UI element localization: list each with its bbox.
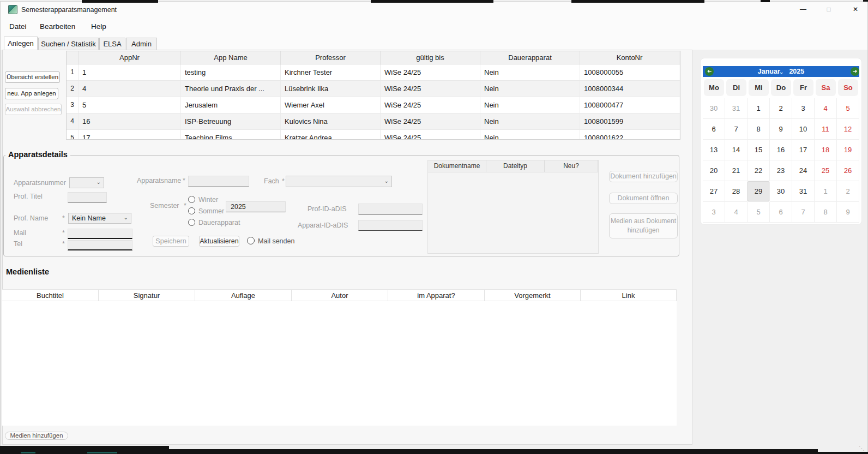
calendar-day[interactable]: 19 bbox=[837, 140, 859, 160]
table-row[interactable]: 24Theorie und Praxis der ...Lüsebrink Il… bbox=[67, 81, 680, 97]
aktualisieren-button[interactable]: Aktualisieren bbox=[199, 236, 239, 247]
calendar-day[interactable]: 6 bbox=[703, 119, 725, 140]
calendar-day[interactable]: 24 bbox=[792, 160, 815, 181]
menu-help[interactable]: Help bbox=[91, 22, 106, 31]
column-header[interactable]: App Name bbox=[181, 51, 281, 64]
winter-radio[interactable] bbox=[188, 196, 195, 203]
auswahl-abbrechen-button[interactable]: Auswahl abbrechen bbox=[5, 104, 62, 115]
column-header[interactable]: Dauerapparat bbox=[480, 51, 580, 64]
calendar-day[interactable]: 8 bbox=[815, 202, 837, 223]
calendar-day[interactable]: 10 bbox=[792, 119, 815, 140]
calendar-day[interactable]: 26 bbox=[837, 160, 859, 181]
fach-dropdown[interactable]: ⌄ bbox=[286, 176, 392, 187]
column-header[interactable] bbox=[67, 51, 79, 64]
mail-field[interactable] bbox=[68, 229, 132, 239]
calendar-day[interactable]: 5 bbox=[748, 202, 770, 223]
dokument-oeffnen-button[interactable]: Dokument öffnen bbox=[609, 193, 678, 204]
calendar-day[interactable]: 20 bbox=[703, 160, 725, 181]
column-header[interactable]: Dokumentname bbox=[428, 160, 486, 172]
calendar-day[interactable]: 4 bbox=[815, 98, 837, 119]
calendar-day[interactable]: 5 bbox=[837, 98, 859, 119]
calendar-prev-icon[interactable]: ➜ bbox=[705, 67, 714, 76]
table-row[interactable]: 517Teaching FilmsKratzer AndreaWiSe 24/2… bbox=[67, 130, 680, 140]
calendar-day[interactable]: 6 bbox=[770, 202, 792, 223]
calendar-year[interactable]: 2025 bbox=[789, 68, 804, 75]
dauerapparat-radio[interactable] bbox=[188, 219, 195, 226]
calendar-day[interactable]: 9 bbox=[837, 202, 859, 223]
column-header[interactable]: Dateityp bbox=[486, 160, 545, 172]
calendar-day[interactable]: 17 bbox=[792, 140, 815, 160]
table-row[interactable]: 35JerusalemWiemer AxelWiSe 24/25Nein1008… bbox=[67, 97, 680, 113]
column-header[interactable]: Signatur bbox=[99, 290, 195, 301]
calendar-day[interactable]: 9 bbox=[770, 119, 792, 140]
calendar-day[interactable]: 30 bbox=[703, 98, 725, 119]
column-header[interactable]: gültig bis bbox=[381, 51, 480, 64]
calendar-day[interactable]: 31 bbox=[792, 181, 815, 202]
calendar-day[interactable]: 8 bbox=[748, 119, 770, 140]
menu-datei[interactable]: Datei bbox=[9, 22, 27, 31]
apparatsname-field[interactable] bbox=[188, 176, 249, 187]
speichern-button[interactable]: Speichern bbox=[153, 236, 189, 247]
calendar-day[interactable]: 3 bbox=[703, 202, 725, 223]
neu-app-anlegen-button[interactable]: neu. App anlegen bbox=[5, 88, 58, 99]
close-button[interactable]: ✕ bbox=[843, 2, 868, 17]
column-header[interactable]: im Apparat? bbox=[388, 290, 485, 301]
calendar-day[interactable]: 12 bbox=[837, 119, 859, 140]
medien-aus-dokument-button[interactable]: Medien aus Dokument hinzufügen bbox=[609, 213, 678, 238]
calendar-day[interactable]: 3 bbox=[792, 98, 815, 119]
tel-field[interactable] bbox=[68, 240, 132, 250]
table-row[interactable]: 11testingKirchner TesterWiSe 24/25Nein10… bbox=[67, 64, 680, 81]
year-field[interactable]: 2025 bbox=[226, 201, 286, 212]
calendar-day[interactable]: 16 bbox=[770, 140, 792, 160]
calendar-day[interactable]: 2 bbox=[837, 181, 859, 202]
column-header[interactable]: AppNr bbox=[79, 51, 181, 64]
calendar-day[interactable]: 21 bbox=[725, 160, 748, 181]
calendar-day[interactable]: 22 bbox=[748, 160, 770, 181]
calendar-day[interactable]: 28 bbox=[725, 181, 748, 202]
column-header[interactable]: Autor bbox=[292, 290, 388, 301]
calendar-day[interactable]: 7 bbox=[792, 202, 815, 223]
calendar-day[interactable]: 25 bbox=[815, 160, 837, 181]
uebersicht-erstellen-button[interactable]: Übersicht erstellen bbox=[5, 71, 60, 83]
dokument-hinzufuegen-button[interactable]: Dokument hinzufügen bbox=[609, 171, 678, 182]
calendar-day[interactable]: 31 bbox=[725, 98, 748, 119]
calendar-day[interactable]: 14 bbox=[725, 140, 748, 160]
calendar-day[interactable]: 4 bbox=[725, 202, 748, 223]
medien-hinzufuegen-button[interactable]: Medien hinzufügen bbox=[5, 432, 68, 440]
column-header[interactable]: Neu? bbox=[545, 160, 598, 172]
calendar-day[interactable]: 11 bbox=[815, 119, 837, 140]
tab-anlegen[interactable]: Anlegen bbox=[4, 37, 38, 50]
calendar-month[interactable]: Januar bbox=[758, 68, 780, 75]
minimize-button[interactable]: — bbox=[791, 2, 816, 17]
prof-titel-field[interactable] bbox=[68, 192, 107, 202]
calendar-next-icon[interactable]: ➜ bbox=[851, 67, 859, 76]
calendar-day[interactable]: 7 bbox=[725, 119, 748, 140]
calendar-day[interactable]: 1 bbox=[748, 98, 770, 119]
tab-elsa[interactable]: ELSA bbox=[99, 38, 125, 50]
menu-bearbeiten[interactable]: Bearbeiten bbox=[40, 22, 75, 31]
tab-admin[interactable]: Admin bbox=[126, 38, 157, 50]
column-header[interactable]: Professor bbox=[281, 51, 381, 64]
calendar-day[interactable]: 15 bbox=[748, 140, 770, 160]
calendar-day[interactable]: 29 bbox=[748, 181, 770, 202]
column-header[interactable]: Buchtitel bbox=[2, 290, 99, 301]
apparat-id-adis-field[interactable] bbox=[358, 220, 423, 231]
calendar-day[interactable]: 13 bbox=[703, 140, 725, 160]
maximize-button[interactable]: □ bbox=[816, 2, 841, 17]
calendar-day[interactable]: 18 bbox=[815, 140, 837, 160]
apparatsnummer-dropdown[interactable]: ⌄ bbox=[69, 177, 104, 188]
calendar-day[interactable]: 2 bbox=[770, 98, 792, 119]
calendar-day[interactable]: 27 bbox=[703, 181, 725, 202]
column-header[interactable]: KontoNr bbox=[580, 51, 679, 64]
prof-id-adis-field[interactable] bbox=[358, 204, 423, 214]
prof-name-dropdown[interactable]: Kein Name⌄ bbox=[68, 213, 131, 224]
tab-suchen-statistik[interactable]: Suchen / Statistik bbox=[38, 38, 99, 50]
sommer-radio[interactable] bbox=[188, 207, 195, 214]
table-row[interactable]: 416ISP-BetreuungKulovics NinaWiSe 24/25N… bbox=[67, 113, 680, 130]
calendar-day[interactable]: 30 bbox=[770, 181, 792, 202]
column-header[interactable]: Vorgemerkt bbox=[485, 290, 581, 301]
mail-senden-radio[interactable] bbox=[247, 237, 255, 244]
calendar-day[interactable]: 1 bbox=[815, 181, 837, 202]
resize-grip[interactable]: ⋱ bbox=[859, 445, 865, 452]
column-header[interactable]: Auflage bbox=[195, 290, 292, 301]
